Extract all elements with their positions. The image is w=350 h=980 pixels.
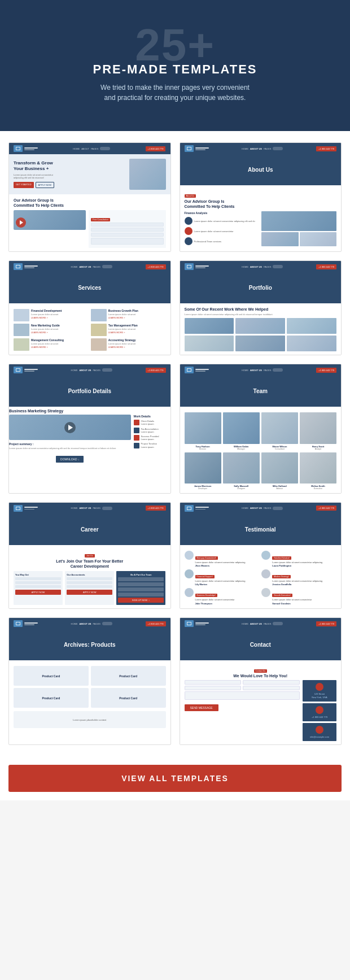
about-banner: About Us bbox=[180, 154, 342, 185]
team-grid-row1: Tony Hudson Director William Gabin Manag… bbox=[185, 412, 337, 450]
contact-email[interactable] bbox=[243, 680, 300, 685]
pd-download-btn[interactable]: DOWNLOAD ↓ bbox=[56, 456, 84, 463]
team-member-1: Tony Hudson Director bbox=[185, 412, 221, 450]
career-signup-btn[interactable]: SIGN UP NOW → bbox=[118, 598, 164, 603]
form-message[interactable] bbox=[91, 238, 163, 245]
about-photo-2 bbox=[261, 232, 298, 246]
pd-meta-icon-4 bbox=[134, 443, 139, 448]
team-content: Tony Hudson Director William Gabin Manag… bbox=[180, 407, 342, 493]
testimonial-content: Best guy Guaranteed! Lorem ipsum dolor s… bbox=[180, 545, 342, 608]
home-content-image bbox=[14, 210, 86, 230]
service-title-1: Financial Development bbox=[31, 309, 89, 312]
testimonial-avatar-1 bbox=[185, 551, 194, 560]
t1-name: Jhon Masters bbox=[195, 564, 260, 567]
contact-submit-btn[interactable]: SEND MESSAGE bbox=[185, 704, 218, 711]
t3-name: Lily Morton bbox=[195, 583, 260, 586]
service-learn-1[interactable]: LEARN MORE » bbox=[31, 316, 89, 319]
service-thumb-2 bbox=[91, 309, 107, 321]
template-card-archives[interactable]: HOMEABOUT USPAGES +1 800 443 779 Archive… bbox=[8, 617, 171, 745]
template-card-testimonial[interactable]: HOMEABOUT USPAGES +1 800 443 779 Testimo… bbox=[180, 502, 342, 609]
template-card-about[interactable]: HOMEABOUT USPAGES +1 800 443 779 About U… bbox=[180, 142, 342, 252]
template-card-portfolio[interactable]: HOMEABOUT USPAGES +1 800 443 779 Portfol… bbox=[180, 260, 342, 355]
career-form-field-1[interactable] bbox=[118, 577, 164, 581]
career-apply-btn-1[interactable]: APPLY NOW bbox=[15, 590, 61, 595]
testimonial-2: Satisfied Solution! Lorem ipsum dolor si… bbox=[261, 551, 336, 567]
t5-name: Jake Thompson bbox=[195, 602, 260, 605]
service-learn-6[interactable]: LEARN MORE » bbox=[108, 346, 166, 349]
portfolio-content: Some Of Our Recent Work Where We Helped … bbox=[180, 303, 342, 355]
testimonial-avatar-5 bbox=[185, 588, 194, 597]
view-all-section: VIEW ALL TEMPLATES bbox=[0, 756, 350, 800]
pd-meta-1: Client DetailsLorem ipsum bbox=[134, 420, 170, 425]
contact-subject[interactable] bbox=[243, 686, 300, 690]
view-all-button[interactable]: VIEW ALL TEMPLATES bbox=[8, 765, 342, 792]
service-learn-3[interactable]: LEARN MORE » bbox=[31, 331, 89, 334]
testimonial-avatar-4 bbox=[261, 569, 270, 578]
member-photo-2 bbox=[223, 412, 260, 443]
t3-quote: Lorem ipsum dolor sit amet consectetur a… bbox=[195, 580, 260, 582]
pd-main-image bbox=[9, 415, 131, 440]
career-form-field-3[interactable] bbox=[118, 587, 164, 591]
t1-quote: Lorem ipsum dolor sit amet consectetur a… bbox=[195, 561, 260, 564]
card-header: HOMEABOUT USPAGES +1 800 443 779 bbox=[180, 503, 342, 514]
hero-title: PRE-MADE TEMPLATES bbox=[11, 62, 339, 77]
t4-badge: Modern Strategy! bbox=[272, 575, 291, 578]
services-banner: Services bbox=[9, 272, 170, 303]
pd-meta-3: Success ProvidedLorem ipsum bbox=[134, 435, 170, 441]
contact-message[interactable] bbox=[185, 691, 300, 700]
portfolio-item-6 bbox=[287, 336, 336, 351]
contact-phone[interactable] bbox=[185, 686, 242, 690]
pd-meta-2: Tax AccumulationLorem ipsum bbox=[134, 428, 170, 433]
about-content: About Us Our Advisor Group IsCommitted T… bbox=[180, 185, 342, 250]
contact-address: 123 StreetNew York, USA bbox=[305, 692, 334, 699]
contact-email-text: info@example.com bbox=[305, 735, 334, 738]
career-apply-btn-2[interactable]: APPLY NOW bbox=[67, 590, 112, 595]
form-email[interactable] bbox=[91, 233, 163, 237]
member-photo-3 bbox=[261, 412, 298, 443]
service-title-6: Accounting Strategy bbox=[108, 338, 166, 342]
template-card-home[interactable]: HOME ABOUT PAGES +1 800 443 779 Transfor… bbox=[8, 142, 171, 252]
template-card-contact[interactable]: HOMEABOUT USPAGES +1 800 443 779 Contact… bbox=[180, 617, 342, 745]
template-card-team[interactable]: HOMEABOUT USPAGES +1 800 443 779 Team To… bbox=[180, 364, 342, 494]
contact-info: 123 StreetNew York, USA +1 800 443 779 i… bbox=[303, 680, 336, 741]
career-col-title-1: You May Get bbox=[15, 573, 61, 576]
service-1: Financial Development Lorem ipsum dolor … bbox=[14, 309, 89, 321]
t4-name: Jessica Goodfella bbox=[272, 583, 336, 586]
service-learn-2[interactable]: LEARN MORE » bbox=[108, 316, 166, 319]
team-member-6: Sally Maxwell Designer bbox=[223, 452, 260, 490]
apply-now-btn[interactable]: APPLY NOW bbox=[36, 182, 54, 188]
member-photo-6 bbox=[223, 452, 260, 484]
service-thumb-4 bbox=[91, 324, 107, 336]
contact-name[interactable] bbox=[185, 680, 242, 685]
member-role-2: Manager bbox=[223, 448, 260, 450]
service-learn-5[interactable]: LEARN MORE » bbox=[31, 346, 89, 349]
template-card-career[interactable]: HOMEABOUT USPAGES +1 800 443 779 Career … bbox=[8, 502, 171, 609]
career-col-2: Our Accountants APPLY NOW bbox=[65, 571, 114, 605]
contact-banner-title: Contact bbox=[250, 642, 271, 648]
pd-meta-icon-2 bbox=[134, 428, 139, 433]
contact-map-icon bbox=[316, 683, 323, 691]
service-learn-4[interactable]: LEARN MORE » bbox=[108, 331, 166, 334]
testimonial-avatar-2 bbox=[261, 551, 270, 560]
archives-grid: Product Card Product Card Product Card P… bbox=[14, 666, 166, 708]
testimonial-banner-title: Testimonial bbox=[245, 526, 276, 533]
career-form-field-4[interactable] bbox=[118, 593, 164, 596]
service-title-2: Business Growth Plan bbox=[108, 309, 166, 312]
archive-item-1: Product Card bbox=[14, 666, 89, 686]
member-role-7: Advisor bbox=[261, 487, 298, 490]
form-phone[interactable] bbox=[91, 228, 163, 232]
get-started-btn[interactable]: GET STARTED bbox=[14, 182, 34, 188]
service-title-4: Tax Management Plan bbox=[108, 324, 166, 327]
career-form-field-2[interactable] bbox=[118, 582, 164, 586]
service-desc-1: Lorem ipsum dolor sit amet bbox=[31, 313, 89, 316]
template-card-portfolio-details[interactable]: HOMEABOUT USPAGES +1 800 443 779 Portfol… bbox=[8, 364, 171, 494]
member-photo-8 bbox=[300, 452, 336, 484]
pd-details-title: Work Details bbox=[134, 415, 170, 418]
stat-icon-1 bbox=[185, 217, 193, 225]
pd-meta-4: Project TimelineLorem ipsum bbox=[134, 442, 170, 448]
archives-bottom-bar: Lorem ipsum placeholder content bbox=[14, 711, 166, 728]
stat-icon-2 bbox=[185, 227, 193, 235]
form-name[interactable] bbox=[91, 223, 163, 227]
template-card-services[interactable]: HOMEABOUT USPAGES +1 800 443 779 Service… bbox=[8, 260, 171, 355]
about-main-photo bbox=[261, 211, 336, 231]
